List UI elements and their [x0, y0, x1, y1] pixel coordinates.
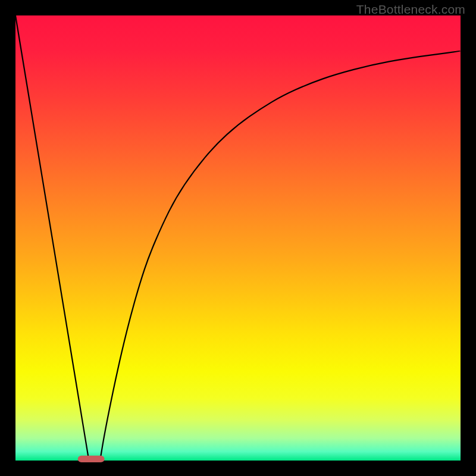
plot-background: [15, 15, 461, 461]
minimum-marker: [78, 456, 105, 462]
chart-container: TheBottleneck.com: [0, 0, 476, 476]
watermark-text: TheBottleneck.com: [356, 2, 465, 17]
bottleneck-chart: [0, 0, 476, 476]
